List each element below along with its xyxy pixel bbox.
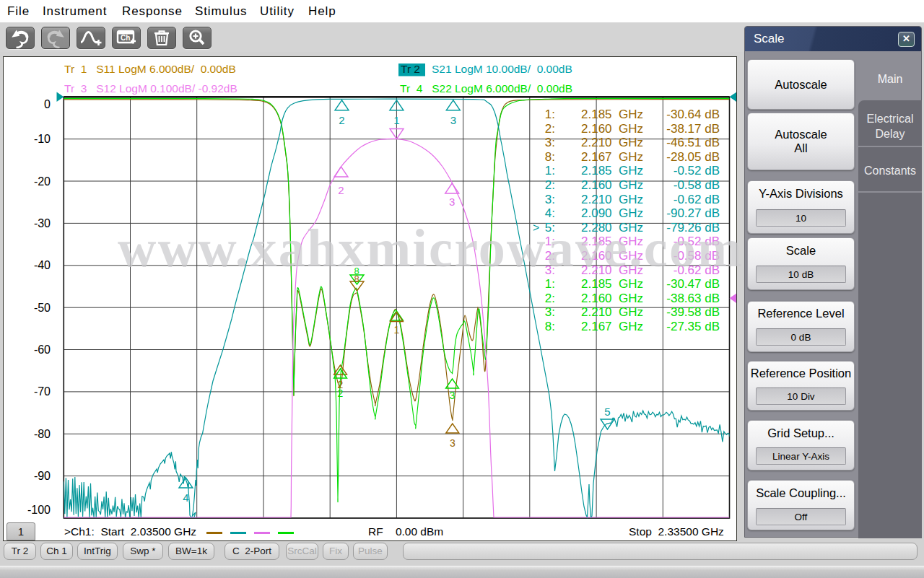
svg-text:Tr 4 S22 LogM 6.000dB/ 0.0: Tr 4 S22 LogM 6.000dB/ 0.00dB [400, 82, 572, 95]
svg-text:2.167 GHz: 2.167 GHz [581, 150, 643, 164]
svg-text:1: 1 [394, 324, 400, 336]
svg-text:0: 0 [44, 98, 51, 110]
svg-text:-30.47 dB: -30.47 dB [666, 277, 720, 291]
svg-text:2.210 GHz: 2.210 GHz [581, 136, 643, 149]
svg-text:2.185 GHz: 2.185 GHz [581, 108, 643, 121]
svg-text:-28.05 dB: -28.05 dB [666, 150, 720, 164]
svg-text:1:: 1: [545, 164, 555, 178]
svg-text:-27.35 dB: -27.35 dB [666, 320, 720, 333]
svg-text:-46.51 dB: -46.51 dB [666, 136, 720, 149]
svg-text:3:: 3: [545, 136, 555, 149]
svg-text:2: 2 [338, 387, 344, 399]
svg-text:2.210 GHz: 2.210 GHz [581, 193, 643, 206]
svg-text:-60: -60 [34, 343, 51, 356]
svg-text:1: 1 [393, 114, 399, 126]
svg-text:-38.63 dB: -38.63 dB [666, 292, 720, 305]
svg-text:Ch: Ch [121, 34, 130, 42]
svg-text:1:: 1: [545, 277, 555, 291]
svg-text:-20: -20 [34, 175, 51, 188]
svg-text:2.167 GHz: 2.167 GHz [581, 320, 643, 333]
svg-text:3: 3 [449, 196, 455, 208]
svg-text:2.210 GHz: 2.210 GHz [581, 305, 643, 319]
svg-text:-40: -40 [34, 259, 51, 271]
svg-text:-80: -80 [34, 428, 51, 440]
svg-text:-100: -100 [27, 504, 51, 516]
svg-text:Tr 2: Tr 2 [401, 63, 420, 75]
svg-text:-39.58 dB: -39.58 dB [666, 305, 720, 319]
svg-text:-0.58 dB: -0.58 dB [674, 178, 720, 192]
svg-text:8:: 8: [545, 150, 555, 164]
svg-text:-30.64 dB: -30.64 dB [666, 108, 720, 121]
svg-text:-38.17 dB: -38.17 dB [666, 122, 720, 136]
svg-text:3:: 3: [545, 305, 555, 319]
svg-text:3:: 3: [545, 193, 555, 206]
svg-text:Tr 3 S12 LogM 0.100dB/ -0.9: Tr 3 S12 LogM 0.100dB/ -0.92dB [64, 82, 237, 95]
svg-text:S21 LogM 10.00dB/ 0.00dB: S21 LogM 10.00dB/ 0.00dB [432, 63, 572, 75]
svg-text:3: 3 [450, 390, 456, 401]
svg-text:2.160 GHz: 2.160 GHz [581, 122, 643, 136]
svg-text:2:: 2: [545, 292, 555, 305]
svg-text:2.185 GHz: 2.185 GHz [581, 164, 643, 178]
svg-text:-30: -30 [34, 217, 51, 229]
svg-text:3: 3 [450, 437, 456, 449]
svg-text:2.160 GHz: 2.160 GHz [581, 292, 643, 305]
svg-text:-0.52 dB: -0.52 dB [674, 164, 720, 178]
svg-text:2:: 2: [545, 122, 555, 136]
svg-text:8:: 8: [545, 320, 555, 333]
svg-text:4: 4 [183, 491, 188, 504]
svg-text:-0.62 dB: -0.62 dB [674, 193, 720, 206]
svg-text:-90: -90 [34, 470, 51, 482]
svg-text:3: 3 [450, 114, 456, 126]
svg-text:1:: 1: [545, 108, 555, 121]
svg-text:2:: 2: [545, 178, 555, 192]
svg-text:-70: -70 [34, 385, 51, 398]
svg-text:2.185 GHz: 2.185 GHz [581, 277, 643, 291]
svg-text:2: 2 [338, 184, 344, 196]
svg-text:5: 5 [604, 406, 610, 418]
svg-text:-10: -10 [34, 133, 51, 145]
svg-text:2: 2 [339, 114, 344, 126]
svg-text:Tr 1 S11 LogM 6.000dB/ 0.0: Tr 1 S11 LogM 6.000dB/ 0.00dB [64, 63, 236, 75]
svg-text:-50: -50 [34, 302, 51, 314]
svg-text:2.160 GHz: 2.160 GHz [581, 178, 643, 192]
